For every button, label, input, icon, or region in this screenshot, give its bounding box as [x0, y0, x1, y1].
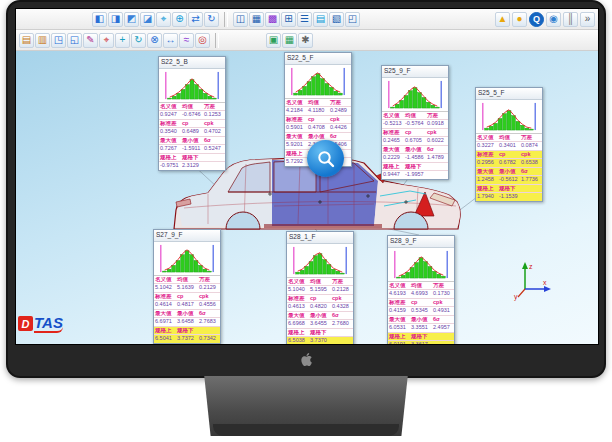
panel-title: S22_5_F [285, 53, 351, 65]
stat-cell: 0.4613 [287, 304, 309, 310]
stat-row: 规格上规格下 [154, 327, 220, 336]
stat-row: 6.50413.73720.7342 [154, 335, 220, 343]
report-icon[interactable]: ▤ [19, 33, 34, 48]
stat-cell: 0.9447 [382, 172, 404, 178]
stat-cell: -1.4586 [404, 155, 426, 161]
stat-row: 5.10425.16390.2129 [154, 284, 220, 293]
report-table-icon[interactable]: ▤ [313, 12, 328, 27]
datum-target-icon[interactable]: ⊕ [172, 12, 187, 27]
stat-row: 0.9447-1.9957 [382, 171, 448, 179]
chart-view-icon[interactable]: ▧ [329, 12, 344, 27]
rotate-part-icon[interactable]: ↻ [204, 12, 219, 27]
grid-view-icon[interactable]: ⊞ [281, 12, 296, 27]
stat-cell: 0.1730 [432, 291, 454, 297]
histogram-chart [286, 66, 350, 97]
move-part-icon[interactable]: ⇄ [188, 12, 203, 27]
model-view-icon[interactable]: ◱ [67, 33, 82, 48]
rotate-view-icon[interactable]: ↻ [131, 33, 146, 48]
stat-cell: 标准差 [285, 117, 307, 123]
pause-icon[interactable]: ║ [563, 12, 578, 27]
axes-toggle-icon[interactable]: + [115, 33, 130, 48]
stat-cell: -1.1539 [498, 194, 520, 200]
stat-row: 标准差cpcpk [382, 129, 448, 138]
annotate-icon[interactable]: ✎ [83, 33, 98, 48]
stat-row: 标准差cpcpk [159, 120, 225, 129]
stat-row: 6.69683.64552.7680 [287, 320, 353, 329]
stat-cell: 方差 [520, 135, 542, 141]
play-next-icon[interactable]: » [580, 12, 595, 27]
stat-cell: 规格上 [154, 328, 176, 334]
histogram-chart [155, 243, 219, 274]
stat-cell: 0.6022 [426, 138, 448, 144]
dtas-logo: D TAS [18, 315, 63, 333]
stat-row: 标准差cpcpk [287, 295, 353, 304]
stat-cell: 规格下 [176, 328, 198, 334]
viewport-3d[interactable]: S22_5_B 名义值均值方差0.9247-0.67460.1253标准差cpc… [16, 51, 598, 344]
table-view-icon[interactable]: ▦ [249, 12, 264, 27]
stat-cell: 0.6705 [404, 138, 426, 144]
monitor-chin [8, 343, 604, 376]
assembly-box-icon[interactable]: ◨ [108, 12, 123, 27]
stat-row: -0.5213-0.57640.0918 [382, 120, 448, 129]
zoom-search-button[interactable] [307, 140, 344, 177]
dtas-logo-text: TAS [34, 315, 63, 333]
matrix-view-icon[interactable]: ▩ [265, 12, 280, 27]
stat-cell: 最大值 [159, 138, 181, 144]
split-view-icon[interactable]: ◫ [233, 12, 248, 27]
stat-cell: 名义值 [382, 113, 404, 119]
dimension-icon[interactable]: ↔ [163, 33, 178, 48]
measurement-panel-S28_1_F[interactable]: S28_1_F 名义值均值方差5.10405.15950.2128标准差cpcp… [286, 231, 354, 344]
export-table-icon[interactable]: ▦ [282, 33, 297, 48]
measurement-panel-S22_5_B[interactable]: S22_5_B 名义值均值方差0.9247-0.67460.1253标准差cpc… [158, 56, 226, 171]
stat-cell: 0.6782 [498, 160, 520, 166]
pivot-view-icon[interactable]: ◰ [345, 12, 360, 27]
copy-results-icon[interactable]: ▣ [266, 33, 281, 48]
stat-cell: 标准差 [388, 300, 410, 306]
stat-cell: 方差 [329, 100, 351, 106]
panel-title: S25_9_F [382, 66, 448, 78]
stat-cell: 2.4957 [432, 325, 454, 331]
stat-cell: 规格上 [388, 334, 410, 340]
coordinate-axes-icon: z x y [513, 257, 553, 301]
stat-cell: -0.5213 [382, 121, 404, 127]
stat-cell: cp [404, 130, 426, 136]
stat-row: 4.61934.69930.1730 [388, 290, 454, 299]
svg-text:z: z [529, 263, 533, 270]
stat-cell: 5.1595 [309, 287, 331, 293]
stat-row: 名义值均值方差 [476, 134, 542, 143]
component-box-icon[interactable]: ◩ [124, 12, 139, 27]
datum-ball-icon[interactable]: ● [512, 12, 527, 27]
stat-row: 0.7267-1.59110.5247 [159, 145, 225, 154]
stat-cell: cpk [331, 296, 353, 302]
stat-cell: 规格下 [498, 186, 520, 192]
magnifier-icon [316, 149, 336, 169]
quality-help-icon[interactable]: Q [529, 12, 544, 27]
stat-row: 名义值均值方差 [287, 278, 353, 287]
stat-cell: 规格下 [181, 155, 203, 161]
target-icon[interactable]: ◎ [195, 33, 210, 48]
constraint-icon[interactable]: ⊗ [147, 33, 162, 48]
curve-analysis-icon[interactable]: ≈ [179, 33, 194, 48]
summary-report-icon[interactable]: ▥ [35, 33, 50, 48]
stat-cell: 5.1639 [176, 285, 198, 291]
stat-row: 6.05313.35512.4957 [388, 324, 454, 333]
tolerance-cone-icon[interactable]: ▲ [495, 12, 510, 27]
measurement-panel-S25_9_F[interactable]: S25_9_F 名义值均值方差-0.5213-0.57640.0918标准差cp… [381, 65, 449, 180]
measurement-panel-S25_5_F[interactable]: S25_5_F 名义值均值方差0.32270.34010.0874标准差cpcp… [475, 87, 543, 202]
iso-view-icon[interactable]: ◳ [51, 33, 66, 48]
measurement-panel-S27_9_F[interactable]: S27_9_F 名义值均值方差5.10425.16390.2129标准差cpcp… [153, 229, 221, 344]
simulation-settings-icon[interactable]: ✱ [298, 33, 313, 48]
stat-cell: cp [309, 296, 331, 302]
measure-point-icon[interactable]: ⌖ [156, 12, 171, 27]
subassembly-box-icon[interactable]: ◪ [140, 12, 155, 27]
measurement-panel-S28_9_F[interactable]: S28_9_F 名义值均值方差4.61934.69930.1730标准差cpcp… [387, 235, 455, 344]
world-view-icon[interactable]: ◉ [546, 12, 561, 27]
stat-cell: 0.4817 [176, 302, 198, 308]
stat-cell: 6.5041 [154, 336, 176, 342]
panel-histogram [287, 244, 353, 278]
stat-cell: 2.3129 [181, 163, 203, 169]
list-view-icon[interactable]: ☰ [297, 12, 312, 27]
locate-point-icon[interactable]: ⌖ [99, 33, 114, 48]
stat-cell: cp [410, 300, 432, 306]
part-box-icon[interactable]: ◧ [92, 12, 107, 27]
